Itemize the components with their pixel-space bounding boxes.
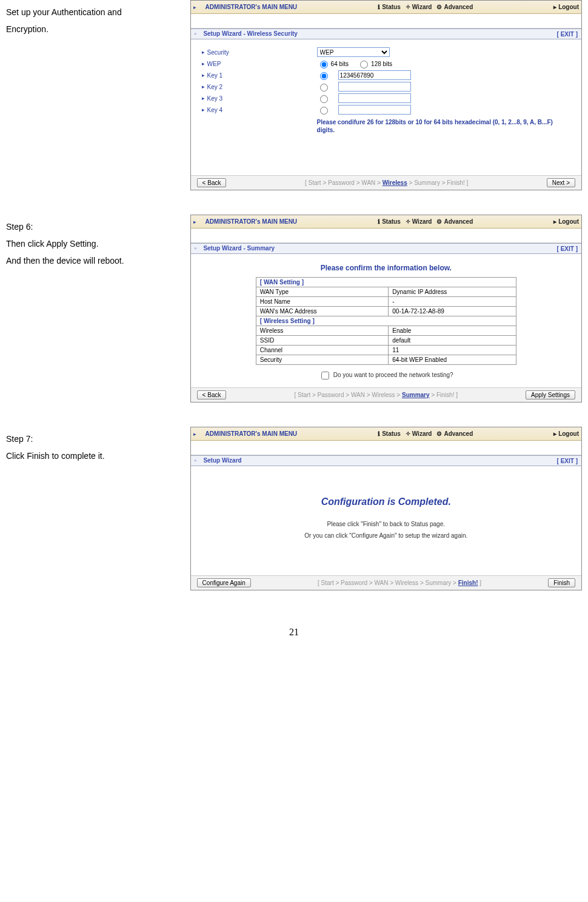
table-row: WirelessEnable bbox=[256, 326, 516, 336]
label-key4: Key 4 bbox=[207, 107, 223, 113]
summary-table: [ WAN Setting ] WAN TypeDynamic IP Addre… bbox=[256, 277, 516, 365]
key1-radio[interactable] bbox=[320, 72, 328, 80]
box-icon bbox=[195, 245, 202, 252]
nav-wizard[interactable]: ✧Wizard bbox=[406, 4, 432, 10]
completed-title: Configuration is Completed. bbox=[202, 496, 570, 507]
label-key3: Key 3 bbox=[207, 95, 223, 102]
key2-input[interactable] bbox=[338, 82, 411, 92]
key4-radio[interactable] bbox=[320, 107, 328, 115]
nav-status[interactable]: ℹStatus bbox=[378, 4, 401, 10]
back-button[interactable]: < Back bbox=[197, 390, 227, 399]
nav-logout[interactable]: ▸ Logout bbox=[553, 4, 579, 10]
wizard-icon: ✧ bbox=[406, 218, 410, 225]
nav-advanced[interactable]: ⚙Advanced bbox=[436, 218, 473, 225]
nav-status[interactable]: ℹStatus bbox=[378, 430, 401, 437]
nav-advanced[interactable]: ⚙Advanced bbox=[436, 430, 473, 437]
panel-title: Setup Wizard - Summary bbox=[203, 245, 275, 252]
box-icon bbox=[195, 30, 202, 38]
instruction-text: And then the device will reboot. bbox=[6, 252, 190, 269]
table-row: Security64-bit WEP Enabled bbox=[256, 355, 516, 365]
status-icon: ℹ bbox=[378, 4, 380, 10]
key1-input[interactable] bbox=[338, 70, 411, 80]
arrow-icon bbox=[193, 218, 201, 226]
panel-title: Setup Wizard bbox=[203, 457, 241, 464]
finish-button[interactable]: Finish bbox=[548, 578, 575, 587]
label-security: Security bbox=[207, 49, 229, 56]
status-icon: ℹ bbox=[378, 218, 380, 225]
advanced-icon: ⚙ bbox=[436, 430, 442, 437]
screenshot-wireless-security: ADMINISTRATOR's MAIN MENU ℹStatus ✧Wizar… bbox=[190, 0, 582, 190]
key2-radio[interactable] bbox=[320, 84, 328, 92]
table-row: WAN's MAC Address00-1A-72-12-A8-89 bbox=[256, 307, 516, 316]
box-icon bbox=[195, 457, 202, 464]
key4-input[interactable] bbox=[338, 105, 411, 115]
nav-logout[interactable]: ▸ Logout bbox=[553, 218, 579, 225]
wizard-icon: ✧ bbox=[406, 430, 410, 437]
radio-128bits[interactable]: 128 bits bbox=[357, 59, 392, 68]
instruction-text: Set up your Authentication and bbox=[6, 4, 190, 21]
arrow-icon bbox=[193, 430, 201, 438]
completed-line: Or you can click "Configure Again" to se… bbox=[202, 530, 570, 541]
advanced-icon: ⚙ bbox=[436, 218, 442, 225]
instruction-text: Encryption. bbox=[6, 21, 190, 38]
admin-topnav: ADMINISTRATOR's MAIN MENU ℹStatus ✧Wizar… bbox=[191, 427, 581, 441]
back-button[interactable]: < Back bbox=[197, 178, 227, 187]
page-number: 21 bbox=[6, 627, 582, 638]
instruction-text: Then click Apply Setting. bbox=[6, 235, 190, 252]
admin-topnav: ADMINISTRATOR's MAIN MENU ℹStatus ✧Wizar… bbox=[191, 1, 581, 14]
panel-title: Setup Wizard - Wireless Security bbox=[203, 30, 297, 37]
instruction-text: Click Finish to complete it. bbox=[6, 447, 190, 464]
table-row: Channel11 bbox=[256, 346, 516, 355]
breadcrumb: [ Start > Password > WAN > Wireless > Su… bbox=[318, 580, 481, 586]
step-title: Step 6: bbox=[6, 218, 190, 235]
nav-wizard[interactable]: ✧Wizard bbox=[406, 430, 432, 437]
radio-64bits[interactable]: 64 bits bbox=[317, 59, 349, 68]
proceed-checkbox[interactable] bbox=[321, 372, 329, 379]
step-title: Step 7: bbox=[6, 430, 190, 447]
screenshot-summary: ADMINISTRATOR's MAIN MENU ℹStatus ✧Wizar… bbox=[190, 215, 582, 403]
label-wep: WEP bbox=[207, 61, 221, 67]
label-key1: Key 1 bbox=[207, 72, 223, 79]
proceed-label: Do you want to proceed the network testi… bbox=[333, 372, 453, 378]
key3-radio[interactable] bbox=[320, 95, 328, 103]
screenshot-completed: ADMINISTRATOR's MAIN MENU ℹStatus ✧Wizar… bbox=[190, 427, 582, 590]
label-key2: Key 2 bbox=[207, 84, 223, 90]
table-row: Host Name- bbox=[256, 297, 516, 307]
group-wireless: [ Wireless Setting ] bbox=[256, 316, 516, 326]
group-wan: [ WAN Setting ] bbox=[256, 278, 516, 287]
table-row: SSIDdefault bbox=[256, 336, 516, 346]
table-row: WAN TypeDynamic IP Address bbox=[256, 287, 516, 297]
exit-link[interactable]: [ EXIT ] bbox=[557, 246, 578, 252]
apply-settings-button[interactable]: Apply Settings bbox=[526, 390, 575, 399]
key3-input[interactable] bbox=[338, 93, 411, 103]
security-select[interactable]: WEP bbox=[317, 47, 390, 57]
wizard-icon: ✧ bbox=[406, 4, 410, 10]
status-icon: ℹ bbox=[378, 430, 380, 437]
advanced-icon: ⚙ bbox=[436, 4, 442, 10]
configure-again-button[interactable]: Configure Again bbox=[197, 578, 251, 587]
breadcrumb: [ Start > Password > WAN > Wireless > Su… bbox=[295, 392, 458, 398]
arrow-icon bbox=[193, 4, 201, 11]
hex-note: Please condifure 26 for 128bits or 10 fo… bbox=[317, 118, 570, 134]
nav-logout[interactable]: ▸ Logout bbox=[553, 430, 579, 437]
exit-link[interactable]: [ EXIT ] bbox=[557, 31, 578, 38]
breadcrumb: [ Start > Password > WAN > Wireless > Su… bbox=[305, 179, 468, 186]
nav-advanced[interactable]: ⚙Advanced bbox=[436, 4, 473, 10]
admin-topnav: ADMINISTRATOR's MAIN MENU ℹStatus ✧Wizar… bbox=[191, 215, 581, 229]
nav-status[interactable]: ℹStatus bbox=[378, 218, 401, 225]
next-button[interactable]: Next > bbox=[547, 178, 575, 187]
summary-title: Please confirm the information below. bbox=[202, 264, 570, 272]
completed-line: Please click "Finish" to back to Status … bbox=[202, 518, 570, 530]
exit-link[interactable]: [ EXIT ] bbox=[557, 458, 578, 464]
nav-wizard[interactable]: ✧Wizard bbox=[406, 218, 432, 225]
